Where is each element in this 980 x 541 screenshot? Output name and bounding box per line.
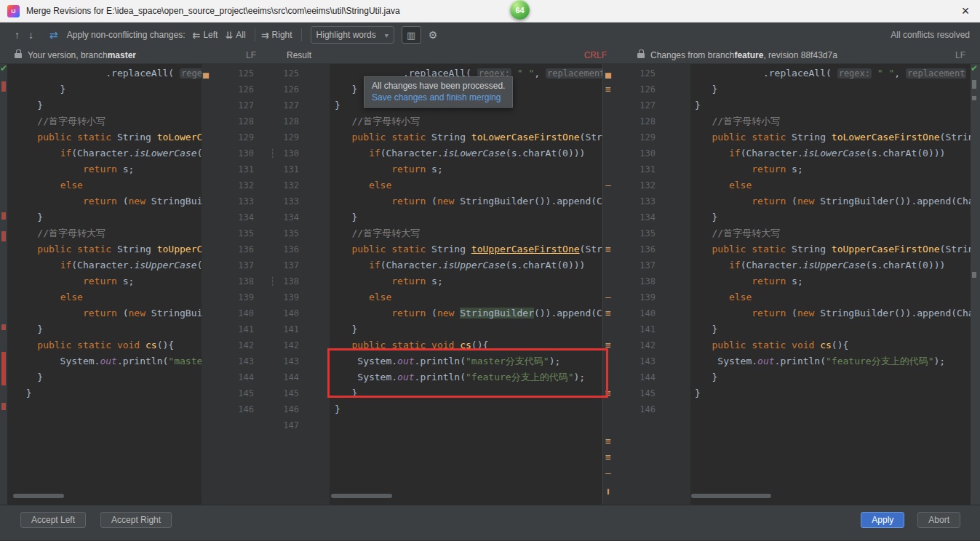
- apply-all-icon[interactable]: ⇊: [225, 30, 233, 41]
- code-line: if(Character.isUpperCase(: [15, 257, 202, 273]
- line-number-row: 139139: [213, 289, 330, 305]
- stripe-mark[interactable]: [972, 96, 976, 100]
- stripe-mark[interactable]: [1, 324, 6, 330]
- code-line: return (new StringBuilder()).append(Char…: [335, 193, 602, 209]
- close-icon[interactable]: ×: [951, 0, 980, 22]
- line-number-row: 140140: [213, 305, 330, 321]
- apply-change-marker[interactable]: ≡: [605, 449, 611, 465]
- line-number-row: 144144: [213, 369, 330, 385]
- code-line: if(Character.isUpperCase(s.charAt(0))): [695, 257, 971, 273]
- line-number: 132: [618, 177, 656, 193]
- stripe-mark[interactable]: [972, 272, 976, 278]
- previous-change-icon[interactable]: ↑: [15, 29, 20, 41]
- stripe-mark[interactable]: [972, 80, 976, 89]
- right-pane-header: Changes from branch feature , revision 8…: [617, 47, 980, 63]
- right-error-stripe[interactable]: ✔: [971, 64, 980, 505]
- toolbar-separator: [301, 28, 302, 41]
- left-h-scrollbar-thumb[interactable]: [13, 494, 64, 498]
- line-number-row: 127127: [213, 97, 330, 113]
- apply-change-marker[interactable]: —: [605, 177, 611, 193]
- window-title: Merge Revisions for E:\idea_space\open_s…: [26, 6, 400, 16]
- apply-right-icon[interactable]: ⇉: [261, 30, 269, 41]
- code-line: //首字母转大写: [15, 225, 202, 241]
- next-change-icon[interactable]: ↓: [28, 29, 33, 41]
- code-line: return (new StringBuil: [15, 193, 202, 209]
- result-editor[interactable]: .replaceAll( regex: " ", replacement }} …: [330, 64, 602, 505]
- left-branch-name: master: [108, 50, 136, 60]
- center-h-scrollbar-thumb[interactable]: [331, 494, 392, 498]
- apply-nonconflicting-label: Apply non-conflicting changes:: [67, 30, 186, 40]
- lock-icon: [637, 53, 645, 58]
- code-line: public static void cs(){: [335, 337, 602, 353]
- apply-button[interactable]: Apply: [861, 512, 904, 528]
- abort-button[interactable]: Abort: [917, 512, 960, 528]
- apply-left-icon[interactable]: ⇇: [193, 30, 201, 41]
- line-number-row: 136136: [213, 241, 330, 257]
- apply-change-marker[interactable]: ≡: [605, 337, 611, 353]
- apply-change-marker[interactable]: —: [605, 465, 611, 481]
- left-version-editor[interactable]: .replaceAll( regex: } } //首字母转小写 public …: [7, 64, 202, 505]
- code-line: }: [15, 81, 202, 97]
- line-number-row: 129129: [213, 129, 330, 145]
- highlight-mode-select[interactable]: Highlight words ▾: [311, 26, 394, 44]
- left-error-stripe[interactable]: ✔: [0, 64, 7, 505]
- code-line: return s;: [695, 273, 971, 289]
- apply-left-button[interactable]: Left: [203, 30, 218, 40]
- line-number-row: 147: [213, 417, 330, 433]
- chevron-down-icon: ▾: [385, 31, 389, 39]
- code-line: public static String toUpperCaseFirstOne…: [335, 241, 602, 257]
- save-and-finish-link[interactable]: Save changes and finish merging: [372, 92, 505, 103]
- left-header-text: Your version, branch: [28, 50, 108, 60]
- line-number-row: 135135: [213, 225, 330, 241]
- stripe-mark[interactable]: [1, 403, 6, 410]
- line-number-row: 142142: [213, 337, 330, 353]
- stripe-mark[interactable]: [1, 352, 6, 385]
- apply-change-marker[interactable]: ╻: [605, 481, 611, 497]
- line-number: 146: [618, 401, 656, 417]
- code-line: }: [695, 97, 971, 113]
- line-number-row: 126126: [213, 81, 330, 97]
- stripe-mark[interactable]: [1, 212, 6, 220]
- code-line: //首字母转大写: [695, 225, 971, 241]
- code-line: }: [695, 81, 971, 97]
- code-line: }: [335, 401, 602, 417]
- right-version-editor[interactable]: .replaceAll( regex: " ", replacement }} …: [690, 64, 971, 505]
- code-line: System.out.println("feature分支上的代码");: [335, 369, 602, 385]
- code-line: //首字母转小写: [335, 113, 602, 129]
- apply-all-button[interactable]: All: [236, 30, 245, 40]
- stripe-mark[interactable]: [1, 81, 6, 92]
- line-number-row: 146146: [213, 401, 330, 417]
- code-line: //首字母转小写: [15, 113, 202, 129]
- line-number: 143: [618, 353, 656, 369]
- line-number-row: 137137: [213, 257, 330, 273]
- line-number-row: 143143: [213, 353, 330, 369]
- apply-change-marker[interactable]: ≡: [605, 241, 611, 257]
- settings-gear-icon[interactable]: ⚙: [429, 29, 438, 41]
- code-line: //首字母转大写: [335, 225, 602, 241]
- right-h-scrollbar-thumb[interactable]: [691, 494, 771, 498]
- code-line: return (new StringBuilder()).append(Char…: [695, 305, 971, 321]
- line-number: 145: [618, 385, 656, 401]
- stripe-mark[interactable]: [1, 231, 6, 241]
- apply-change-marker[interactable]: ≡: [605, 305, 611, 321]
- right-line-ending: LF: [955, 50, 965, 60]
- magic-resolve-toggle[interactable]: ▥: [402, 26, 421, 44]
- apply-change-marker[interactable]: —: [605, 289, 611, 305]
- apply-all-nonconflicting-icon[interactable]: ⇄: [49, 29, 58, 41]
- merge-toolbar: ↑ ↓ ⇄ Apply non-conflicting changes: ⇇ L…: [0, 23, 980, 47]
- merge-complete-tooltip: All changes have been processed. Save ch…: [364, 76, 513, 108]
- line-number: 138: [618, 273, 656, 289]
- change-block-marker[interactable]: ▄: [203, 65, 209, 81]
- code-line: return s;: [335, 161, 602, 177]
- accept-right-button[interactable]: Accept Right: [100, 512, 172, 528]
- apply-change-marker[interactable]: ≡: [605, 385, 611, 401]
- change-dots-marker: ┆: [270, 145, 275, 161]
- apply-change-marker[interactable]: ≡: [605, 81, 611, 97]
- line-number: 129: [618, 129, 656, 145]
- code-line: if(Character.isLowerCase(: [15, 145, 202, 161]
- apply-change-marker[interactable]: ▄: [605, 65, 611, 81]
- apply-change-marker[interactable]: ≡: [605, 433, 611, 449]
- apply-right-button[interactable]: Right: [272, 30, 292, 40]
- code-line: }: [335, 385, 602, 401]
- accept-left-button[interactable]: Accept Left: [20, 512, 86, 528]
